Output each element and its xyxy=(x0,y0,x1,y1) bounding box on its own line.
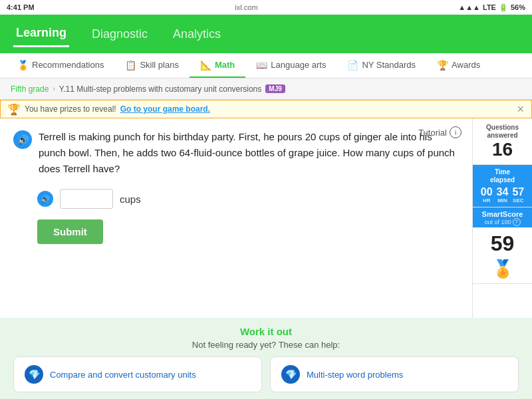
nav-item-diagnostic[interactable]: Diagnostic xyxy=(89,22,150,47)
language-arts-icon: 📖 xyxy=(256,60,267,70)
breadcrumb-bar: Fifth grade › Y.11 Multi-step problems w… xyxy=(0,78,532,100)
smart-score-box: SmartScore out of 100 ? 59 🏅 xyxy=(473,207,532,284)
nav-item-analytics[interactable]: Analytics xyxy=(170,22,223,47)
time-elapsed-box: Time elapsed 00 HR 34 MIN 57 SEC xyxy=(473,165,532,207)
time-min-label: MIN xyxy=(497,198,509,203)
breadcrumb: Fifth grade › Y.11 Multi-step problems w… xyxy=(11,84,285,94)
status-time: 4:41 PM xyxy=(7,3,35,11)
time-elapsed-label1: Time xyxy=(475,168,529,176)
tab-ny-standards[interactable]: 📄 NY Standards xyxy=(336,53,426,78)
smart-score-sub: out of 100 ? xyxy=(475,218,529,226)
tutorial-info-icon: i xyxy=(450,126,462,138)
nav-bar: Learning Diagnostic Analytics xyxy=(0,15,532,53)
tab-language-arts[interactable]: 📖 Language arts xyxy=(245,53,336,78)
prize-banner: 🏆 You have prizes to reveal! Go to your … xyxy=(0,100,532,118)
time-hours: 00 HR xyxy=(481,187,493,203)
time-digits: 00 HR 34 MIN 57 SEC xyxy=(475,184,529,203)
prize-trophy-icon: 🏆 xyxy=(7,103,21,116)
answer-row: 🔊 cups xyxy=(37,189,459,209)
compare-convert-icon: 💎 xyxy=(25,365,43,384)
lte-label: LTE xyxy=(483,3,496,11)
sound-button-large[interactable]: 🔊 xyxy=(13,130,32,149)
question-body: Terrell is making punch for his birthday… xyxy=(39,129,459,177)
unit-label: cups xyxy=(120,194,141,205)
smart-score-header: SmartScore out of 100 ? xyxy=(473,207,532,227)
questions-answered-value: 16 xyxy=(477,140,528,160)
answer-input[interactable] xyxy=(60,189,113,209)
recommendations-icon: 🏅 xyxy=(17,60,29,70)
submit-button[interactable]: Submit xyxy=(37,219,103,244)
status-url: ixl.com xyxy=(235,3,257,11)
prize-link[interactable]: Go to your game board. xyxy=(120,104,210,114)
help-card-multi-step[interactable]: 💎 Multi-step word problems xyxy=(270,356,519,392)
work-it-out-subtitle: Not feeling ready yet? These can help: xyxy=(13,340,519,350)
tab-recommendations[interactable]: 🏅 Recommendations xyxy=(7,53,114,78)
multi-step-icon: 💎 xyxy=(281,365,300,384)
tutorial-link[interactable]: Tutorial i xyxy=(418,126,462,138)
help-cards: 💎 Compare and convert customary units 💎 … xyxy=(13,356,519,392)
tab-bar: 🏅 Recommendations 📋 Skill plans 📐 Math 📖… xyxy=(0,53,532,78)
awards-icon: 🏆 xyxy=(437,60,448,70)
status-right: ▲▲▲ LTE 🔋 56% xyxy=(458,3,525,12)
breadcrumb-badge: MJ9 xyxy=(265,84,285,93)
nav-item-learning[interactable]: Learning xyxy=(13,21,69,47)
tab-awards[interactable]: 🏆 Awards xyxy=(426,53,491,78)
smart-score-info-icon[interactable]: ? xyxy=(513,218,521,226)
question-text-block: 🔊 Terrell is making punch for his birthd… xyxy=(13,129,459,177)
time-sec-value: 57 xyxy=(512,187,524,198)
compare-convert-label: Compare and convert customary units xyxy=(50,370,196,380)
multi-step-label: Multi-step word problems xyxy=(307,370,403,380)
battery-pct: 56% xyxy=(511,3,525,11)
time-seconds: 57 SEC xyxy=(512,187,524,203)
time-hr-value: 00 xyxy=(481,187,493,198)
tutorial-label: Tutorial xyxy=(418,128,447,138)
signal-icon: ▲▲▲ xyxy=(458,3,480,11)
time-hr-label: HR xyxy=(481,198,493,203)
medal-icon: 🏅 xyxy=(473,259,532,283)
prize-text: You have prizes to reveal! xyxy=(25,104,116,114)
smart-score-title: SmartScore xyxy=(475,210,529,218)
breadcrumb-arrow: › xyxy=(53,85,55,92)
battery-icon: 🔋 xyxy=(499,3,508,12)
time-min-value: 34 xyxy=(497,187,509,198)
time-sec-label: SEC xyxy=(512,198,524,203)
tab-math[interactable]: 📐 Math xyxy=(190,53,245,78)
time-minutes: 34 MIN xyxy=(497,187,509,203)
sound-button-small[interactable]: 🔊 xyxy=(37,191,53,207)
skill-plans-icon: 📋 xyxy=(125,60,136,70)
prize-close-icon[interactable]: ✕ xyxy=(517,104,525,114)
ny-standards-icon: 📄 xyxy=(347,60,358,70)
math-icon: 📐 xyxy=(200,60,211,70)
breadcrumb-skill: Y.11 Multi-step problems with customary … xyxy=(59,84,262,94)
status-bar: 4:41 PM ixl.com ▲▲▲ LTE 🔋 56% xyxy=(0,0,532,15)
breadcrumb-grade[interactable]: Fifth grade xyxy=(11,84,49,94)
tab-skill-plans[interactable]: 📋 Skill plans xyxy=(114,53,190,78)
bottom-section: Work it out Not feeling ready yet? These… xyxy=(0,318,532,399)
questions-answered-label1: Questions xyxy=(477,124,528,132)
smart-score-value: 59 xyxy=(473,227,532,259)
work-it-out-title: Work it out xyxy=(13,326,519,337)
time-elapsed-label2: elapsed xyxy=(475,176,529,184)
questions-answered-box: Questions answered 16 xyxy=(473,118,532,165)
help-card-compare-convert[interactable]: 💎 Compare and convert customary units xyxy=(13,356,262,392)
